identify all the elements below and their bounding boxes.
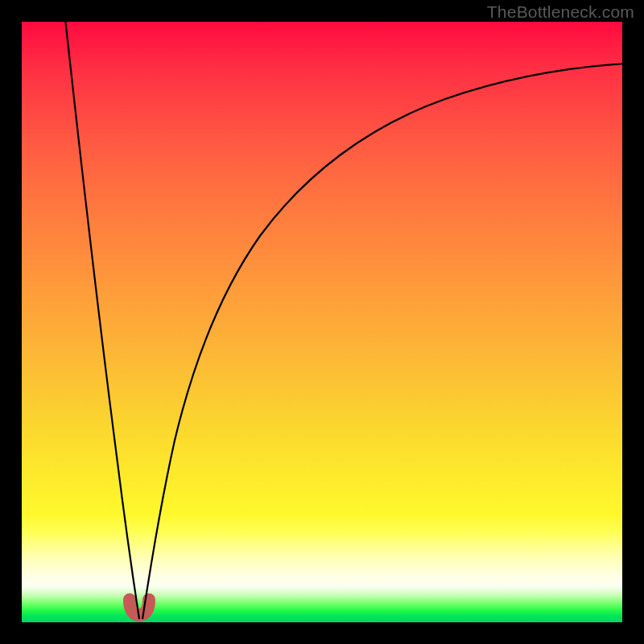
bottleneck-curve-right <box>142 64 622 619</box>
chart-frame: TheBottleneck.com <box>0 0 644 644</box>
watermark-text: TheBottleneck.com <box>487 2 634 22</box>
plot-area <box>22 22 622 622</box>
min-marker-blob <box>130 600 149 615</box>
curve-layer <box>22 22 622 622</box>
bottleneck-curve-left <box>65 22 139 619</box>
